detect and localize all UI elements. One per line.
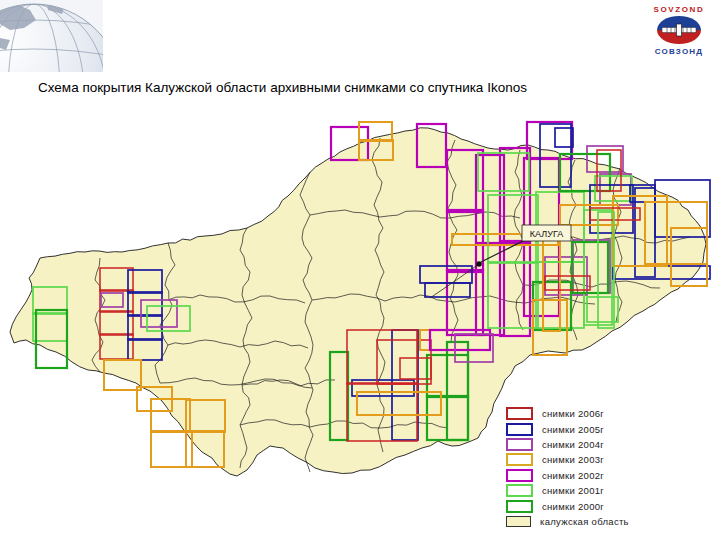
legend-swatch bbox=[506, 484, 533, 497]
legend-item: снимки 2003г bbox=[506, 452, 629, 467]
legend-item: калужская область bbox=[506, 514, 629, 529]
legend-label: снимки 2006г bbox=[542, 408, 604, 419]
legend-swatch bbox=[506, 469, 533, 482]
legend-swatch bbox=[506, 438, 533, 451]
legend-label: снимки 2003г bbox=[542, 454, 604, 465]
legend-label: снимки 2004г bbox=[542, 439, 604, 450]
legend-label: снимки 2002г bbox=[542, 470, 604, 481]
legend-item: снимки 2006г bbox=[506, 406, 629, 421]
city-label: КАЛУГА bbox=[530, 229, 563, 239]
legend-swatch bbox=[506, 423, 533, 436]
legend-label: снимки 2001г bbox=[542, 485, 604, 496]
legend-swatch bbox=[506, 516, 531, 527]
legend-label: снимки 2000г bbox=[542, 501, 604, 512]
legend-swatch bbox=[506, 453, 533, 466]
slide: SOVZOND СОВЗОНД Схема покрытия Калужской… bbox=[0, 0, 720, 540]
legend-item: снимки 2000г bbox=[506, 498, 629, 513]
legend-label: калужская область bbox=[540, 516, 629, 527]
city-marker-dot bbox=[476, 261, 482, 267]
legend-item: снимки 2004г bbox=[506, 437, 629, 452]
legend-item: снимки 2001г bbox=[506, 483, 629, 498]
legend-label: снимки 2005г bbox=[542, 424, 604, 435]
legend-swatch bbox=[506, 407, 533, 420]
legend-item: снимки 2002г bbox=[506, 468, 629, 483]
legend: снимки 2006гснимки 2005гснимки 2004гсним… bbox=[506, 406, 629, 529]
legend-item: снимки 2005г bbox=[506, 421, 629, 436]
legend-swatch bbox=[506, 500, 533, 513]
